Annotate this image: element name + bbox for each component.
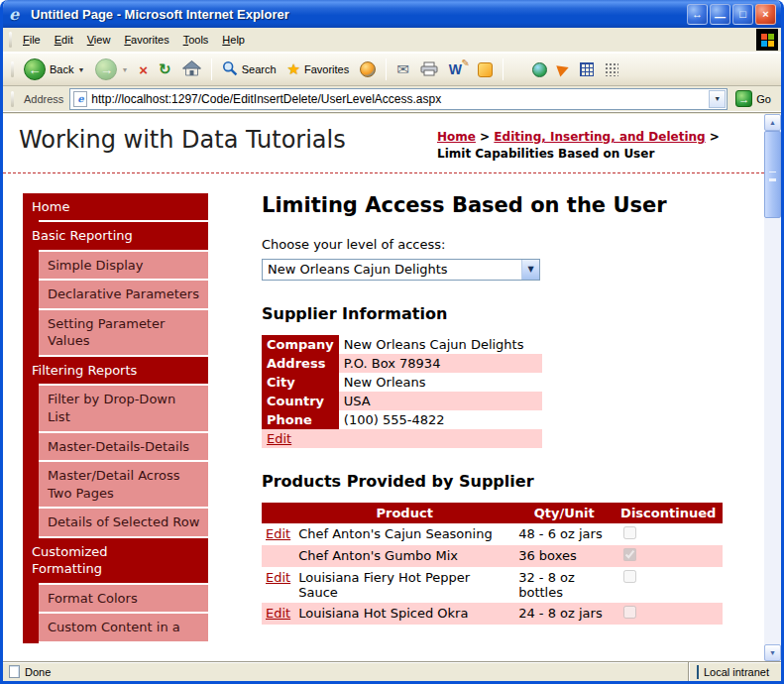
resize-button[interactable]: ↔ <box>687 4 708 25</box>
product-qty-cell: 24 - 8 oz jars <box>514 603 614 625</box>
product-qty-cell: 32 - 8 oz bottles <box>514 567 614 603</box>
address-dropdown-button[interactable]: ▼ <box>709 90 726 108</box>
windows-flag-icon <box>761 34 774 47</box>
products-col-product: Product <box>294 503 514 523</box>
toolbar-grip[interactable] <box>11 61 14 77</box>
discontinued-checkbox[interactable] <box>623 526 636 539</box>
menu-edit[interactable]: Edit <box>48 30 80 50</box>
discontinued-checkbox[interactable] <box>623 570 636 583</box>
breadcrumb-section-link[interactable]: Editing, Inserting, and Deleting <box>494 130 705 144</box>
scroll-up-button[interactable]: ▲ <box>764 114 781 131</box>
products-col-edit <box>262 503 294 523</box>
title-bar: e Untitled Page - Microsoft Internet Exp… <box>3 0 781 28</box>
discontinued-checkbox[interactable] <box>623 606 636 619</box>
go-arrow-icon: → <box>735 90 752 107</box>
table-row: Address P.O. Box 78934 <box>262 354 542 373</box>
breadcrumb-separator: > <box>706 130 720 144</box>
address-input[interactable] <box>91 92 705 106</box>
mail-icon: ✉ <box>396 60 409 78</box>
back-menu-chevron-icon[interactable]: ▼ <box>77 66 84 73</box>
table-row: City New Orleans <box>262 373 542 392</box>
supplier-field-value: New Orleans <box>339 373 542 392</box>
supplier-edit-link[interactable]: Edit <box>267 431 291 446</box>
mail-button[interactable]: ✉ <box>392 57 414 81</box>
scroll-down-icon: ▼ <box>769 649 776 656</box>
address-bar: Address e ▼ → Go <box>3 86 781 112</box>
sidebar-item-master-details-details[interactable]: Master-Details-Details <box>39 433 208 461</box>
stop-button[interactable]: × <box>134 58 153 81</box>
sidebar-item-declarative-parameters[interactable]: Declarative Parameters <box>39 281 208 308</box>
table-row: Edit Louisiana Hot Spiced Okra 24 - 8 oz… <box>262 603 723 625</box>
main-content: Limiting Access Based on the User Choose… <box>262 193 740 643</box>
product-edit-link[interactable]: Edit <box>266 606 290 621</box>
table-row: Edit <box>262 429 542 448</box>
product-edit-link[interactable]: Edit <box>266 526 290 541</box>
forward-button[interactable]: → ▼ <box>90 56 133 83</box>
access-level-select[interactable]: New Orleans Cajun Delights ▼ <box>262 259 540 281</box>
menu-view[interactable]: View <box>80 30 118 50</box>
status-text: Done <box>25 666 51 678</box>
breadcrumb-home-link[interactable]: Home <box>437 130 476 144</box>
select-dropdown-button[interactable]: ▼ <box>521 260 539 280</box>
sidebar-item-filtering-reports[interactable]: Filtering Reports <box>23 357 208 385</box>
favorites-button[interactable]: ★ Favorites <box>282 57 355 81</box>
page-status-icon <box>9 665 20 678</box>
messenger-button[interactable] <box>473 59 498 80</box>
menu-help[interactable]: Help <box>215 30 252 50</box>
maximize-button[interactable]: □ <box>732 4 753 25</box>
product-edit-cell <box>262 545 294 567</box>
window-controls: ↔ — □ × <box>687 4 776 25</box>
menu-file[interactable]: File <box>16 30 48 50</box>
menu-bar: File Edit View Favorites Tools Help <box>3 28 781 53</box>
search-icon <box>222 60 238 78</box>
search-button[interactable]: Search <box>217 57 281 81</box>
product-discontinued-cell <box>614 545 723 567</box>
windows-logo-throbber <box>756 29 778 51</box>
back-icon: ← <box>24 58 46 80</box>
minimize-button[interactable]: — <box>710 4 730 25</box>
site-header: Working with Data Tutorials Home > Editi… <box>3 114 764 173</box>
supplier-field-value: New Orleans Cajun Delights <box>339 335 542 354</box>
edit-with-word-button[interactable]: W✎ <box>444 58 472 80</box>
extension-button-3[interactable] <box>575 59 599 79</box>
supplier-field-label: Country <box>262 392 339 410</box>
sidebar-item-basic-reporting[interactable]: Basic Reporting <box>23 222 208 250</box>
menu-tools[interactable]: Tools <box>176 30 216 50</box>
menu-favorites[interactable]: Favorites <box>117 30 175 50</box>
sidebar-item-simple-display[interactable]: Simple Display <box>39 252 208 280</box>
page-body: Home Basic Reporting Simple Display Decl… <box>3 173 764 643</box>
sidebar-item-home[interactable]: Home <box>23 193 208 221</box>
supplier-field-label: Address <box>262 354 339 373</box>
toolbar-separator <box>211 58 212 80</box>
media-button[interactable] <box>355 58 381 80</box>
table-row: Phone (100) 555-4822 <box>262 410 542 429</box>
print-button[interactable] <box>415 58 443 81</box>
close-button[interactable]: × <box>755 4 776 25</box>
go-button[interactable]: → Go <box>731 90 777 107</box>
sidebar-item-customized-formatting[interactable]: Customized Formatting <box>23 538 208 583</box>
sidebar-item-setting-parameter-values[interactable]: Setting Parameter Values <box>39 310 208 355</box>
address-bar-grip[interactable] <box>11 91 14 107</box>
scroll-down-button[interactable]: ▼ <box>764 644 781 661</box>
discontinued-checkbox[interactable] <box>623 548 636 561</box>
refresh-button[interactable]: ↻ <box>154 57 176 81</box>
sidebar-item-format-colors[interactable]: Format Colors <box>39 585 208 613</box>
product-name-cell: Chef Anton's Cajun Seasoning <box>294 523 514 545</box>
sidebar-item-master-detail-across-two-pages[interactable]: Master/Detail Across Two Pages <box>39 462 208 507</box>
home-button[interactable] <box>177 57 206 81</box>
sidebar-item-details-of-selected-row[interactable]: Details of Selected Row <box>39 509 208 536</box>
sidebar-item-custom-content[interactable]: Custom Content in a <box>39 614 208 641</box>
extension-button-4[interactable] <box>600 59 623 79</box>
products-header-row: Product Qty/Unit Discontinued <box>262 503 723 523</box>
menu-bar-grip[interactable] <box>9 32 12 48</box>
back-button[interactable]: ← Back ▼ <box>19 56 89 83</box>
vertical-scrollbar[interactable]: ▲ ▼ <box>764 114 781 661</box>
extension-button-1[interactable] <box>527 59 552 80</box>
product-edit-cell: Edit <box>262 523 294 545</box>
product-edit-link[interactable]: Edit <box>266 570 290 585</box>
scrollbar-thumb[interactable] <box>764 131 781 218</box>
sidebar-item-filter-by-dropdown-list[interactable]: Filter by Drop-Down List <box>39 386 208 430</box>
extension-button-2[interactable] <box>553 60 574 78</box>
products-col-qty: Qty/Unit <box>514 503 614 523</box>
supplier-field-label: Company <box>262 335 339 354</box>
